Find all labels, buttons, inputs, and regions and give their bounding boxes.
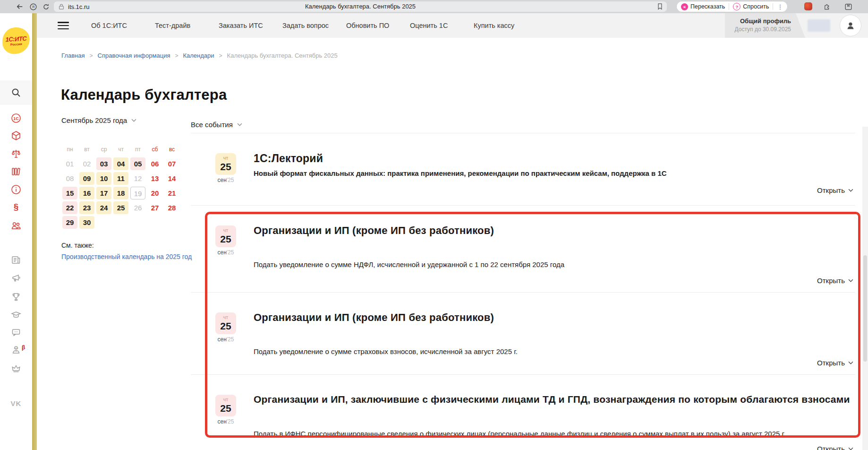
nav-item[interactable]: Об 1С:ИТС xyxy=(91,22,155,29)
calendar-day[interactable]: 28 xyxy=(164,201,179,214)
open-link[interactable]: Открыть xyxy=(817,186,853,194)
month-selector[interactable]: Сентябрь 2025 года xyxy=(61,116,194,124)
calendar-day[interactable]: 10 xyxy=(96,172,111,185)
calendar-day[interactable]: 22 xyxy=(62,201,77,214)
events-panel: Все события чт 25 сен'25 1С:Лекторий Нов… xyxy=(191,116,855,450)
calendar-day[interactable]: 15 xyxy=(62,187,77,199)
calendar-day[interactable]: 26 xyxy=(130,201,145,214)
events-filter-label: Все события xyxy=(191,121,233,129)
events-filter[interactable]: Все события xyxy=(191,116,855,133)
bookmark-icon[interactable] xyxy=(656,2,664,10)
breadcrumb-link[interactable]: Календари xyxy=(183,52,214,59)
event-description: Подать в ИФНС персонифицированные сведен… xyxy=(254,430,785,438)
breadcrumb-link[interactable]: Справочная информация xyxy=(98,52,170,59)
tab-groups-icon[interactable] xyxy=(843,2,853,11)
sidebar-item-legal-paragraph-icon[interactable]: § xyxy=(10,201,22,213)
scrollbar-track[interactable] xyxy=(862,127,868,450)
event-card: чт 25 сен'25 Организации и ИП (кроме ИП … xyxy=(191,293,855,375)
calendar-day[interactable]: 18 xyxy=(113,187,128,199)
address-bar[interactable]: its.1c.ru Календарь бухгалтера. Сентябрь… xyxy=(54,1,667,12)
sidebar-item-education-icon[interactable] xyxy=(10,309,22,320)
calendar-day[interactable]: 12 xyxy=(130,172,145,185)
calendar-day[interactable]: 08 xyxy=(62,172,77,185)
sidebar-item-chat-icon[interactable] xyxy=(10,327,22,338)
ask-button[interactable]: ? Спросить xyxy=(733,3,769,10)
nav-item[interactable]: Тест-драйв xyxy=(155,22,219,29)
calendar-day[interactable]: 25 xyxy=(113,201,128,214)
hamburger-menu-icon[interactable] xyxy=(58,22,69,29)
calendar-day[interactable]: 14 xyxy=(164,172,179,185)
open-link[interactable]: Открыть xyxy=(817,359,853,367)
nav-item[interactable]: Обновить ПО xyxy=(346,22,410,29)
calendar-day[interactable]: 27 xyxy=(147,201,162,214)
event-description: Подать уведомление о сумме страховых взн… xyxy=(254,347,518,355)
vk-icon[interactable]: VK xyxy=(10,398,22,409)
calendar-day[interactable]: 09 xyxy=(79,172,94,185)
retell-button[interactable]: « Пересказать xyxy=(681,3,725,10)
nav-item[interactable]: Заказать ИТС xyxy=(219,22,282,29)
yandex-icon[interactable]: Я xyxy=(28,2,38,11)
sidebar-item-info-icon[interactable] xyxy=(10,184,22,195)
calendar-day[interactable]: 04 xyxy=(113,157,128,170)
production-calendar-link[interactable]: Производственный календарь на 2025 год xyxy=(61,253,194,260)
chevron-down-icon xyxy=(131,119,136,122)
nav-item[interactable]: Купить кассу xyxy=(474,22,537,29)
its-logo[interactable]: 1С:ИТС Россия xyxy=(2,27,31,55)
scrollbar-thumb[interactable] xyxy=(863,255,867,362)
back-icon[interactable] xyxy=(15,2,25,11)
refresh-icon[interactable] xyxy=(41,2,51,11)
profile-box[interactable]: Общий профиль Доступ до 30.09.2025 xyxy=(725,13,805,38)
sidebar-item-trophy-icon[interactable] xyxy=(10,291,22,303)
sidebar-item-megaphone-icon[interactable] xyxy=(10,272,22,284)
avatar[interactable] xyxy=(840,15,861,36)
nav-item[interactable]: Задать вопрос xyxy=(282,22,346,29)
calendar-grid: 0102030405060708091011121314151617181920… xyxy=(61,156,194,230)
sidebar-item-news-icon[interactable] xyxy=(10,254,22,266)
calendar-day[interactable]: 17 xyxy=(96,187,111,199)
month-label: Сентябрь 2025 года xyxy=(61,116,127,124)
blurred-account-name xyxy=(808,19,830,32)
page-title: Календарь бухгалтера xyxy=(61,87,227,104)
event-card: чт 25 сен'25 1С:Лекторий Новый формат фи… xyxy=(191,133,855,206)
ai-toolbar: « Пересказать ? Спросить ⋮ xyxy=(676,1,788,12)
sidebar-item-partners-icon[interactable] xyxy=(10,220,22,231)
calendar-day[interactable]: 05 xyxy=(130,157,145,170)
calendar-day[interactable]: 20 xyxy=(147,187,162,199)
calendar-day[interactable]: 11 xyxy=(113,172,128,185)
event-card: чт 25 сен'25 Организации и ИП, заключивш… xyxy=(191,375,855,450)
event-title: Организации и ИП (кроме ИП без работнико… xyxy=(254,225,494,237)
calendar-day[interactable]: 07 xyxy=(164,157,179,170)
calendar-day[interactable]: 21 xyxy=(164,187,179,199)
open-link[interactable]: Открыть xyxy=(817,445,853,450)
calendar-day[interactable]: 02 xyxy=(79,157,94,170)
sidebar-item-lecturer-icon[interactable] xyxy=(10,344,22,355)
calendar-day[interactable]: 01 xyxy=(62,157,77,170)
calendar-day[interactable]: 19 xyxy=(130,187,145,199)
calendar-day[interactable]: 23 xyxy=(79,201,94,214)
breadcrumb-link[interactable]: Главная xyxy=(61,52,85,59)
calendar-day[interactable]: 16 xyxy=(79,187,94,199)
calendar-day[interactable]: 24 xyxy=(96,201,111,214)
sidebar-item-box-icon[interactable] xyxy=(10,130,22,141)
more-menu-icon[interactable]: ⋮ xyxy=(777,3,783,10)
chevron-down-icon xyxy=(848,361,853,364)
search-icon[interactable] xyxy=(10,87,22,98)
event-title: 1С:Лекторий xyxy=(254,152,323,165)
sidebar-item-books-icon[interactable] xyxy=(10,166,22,177)
nav-item[interactable]: Оценить 1С xyxy=(410,22,474,29)
calendar-day[interactable]: 29 xyxy=(62,216,77,229)
calendar-day[interactable]: 06 xyxy=(147,157,162,170)
extension-icon[interactable] xyxy=(804,2,812,10)
day-header: ср xyxy=(101,146,107,153)
sidebar-item-law-scales-icon[interactable] xyxy=(10,148,22,159)
calendar-day[interactable]: 03 xyxy=(96,157,111,170)
event-date: чт 25 сен'25 xyxy=(215,395,236,425)
open-link[interactable]: Открыть xyxy=(817,277,853,285)
sidebar-item-1c-service-icon[interactable]: 1С xyxy=(10,112,22,124)
sidebar-item-crown-icon[interactable] xyxy=(10,363,22,374)
puzzle-extensions-icon[interactable] xyxy=(823,2,832,11)
calendar-day[interactable]: 13 xyxy=(147,172,162,185)
calendar-day[interactable]: 30 xyxy=(79,216,94,229)
event-card: чт 25 сен'25 Организации и ИП (кроме ИП … xyxy=(191,206,855,293)
app-root: Я its.1c.ru Календарь бухгалтера. Сентяб… xyxy=(0,0,868,450)
